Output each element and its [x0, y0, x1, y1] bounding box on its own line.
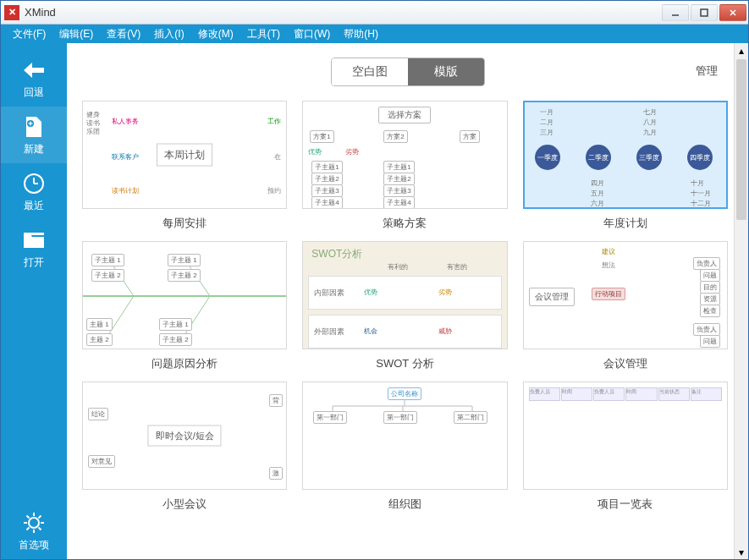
- template-thumb: 一季度 二季度 三季度 四季度 一月 二月 三月 七月 八月 九月 四月 五月 …: [523, 101, 728, 209]
- sidebar-item-back[interactable]: 回退: [1, 50, 67, 107]
- scroll-up-icon[interactable]: ▴: [735, 43, 748, 58]
- tab-segment: 空白图 模版: [331, 58, 485, 86]
- menu-modify[interactable]: 修改(M): [191, 25, 240, 43]
- maximize-button[interactable]: [691, 4, 718, 21]
- scroll-down-icon[interactable]: ▾: [735, 545, 748, 559]
- template-card-swot[interactable]: SWOT分析 有利的 有害的 内部因素 外部因素 优势 劣势 机会 威胁 SWO…: [302, 241, 507, 371]
- app-logo-icon: ✕: [4, 5, 19, 20]
- template-card-quick[interactable]: 即时会议/短会 结论 对意见 背 激 小型会议: [82, 382, 287, 512]
- template-label: 小型会议: [162, 497, 207, 512]
- sidebar-label-recent: 最近: [24, 199, 44, 213]
- sidebar-item-recent[interactable]: 最近: [1, 163, 67, 220]
- template-card-meeting[interactable]: 会议管理 行动项目 建议 想法 负责人 问题 目的 资源 检查 负责人 问题 会…: [523, 241, 728, 371]
- menubar: 文件(F) 编辑(E) 查看(V) 插入(I) 修改(M) 工具(T) 窗口(W…: [1, 25, 748, 43]
- template-thumb: 子主题 1 子主题 2 子主题 1 子主题 2 主题 1 主题 2 子主题 1 …: [82, 241, 287, 349]
- thumb-center: 本周计划: [157, 144, 212, 167]
- template-card-annual[interactable]: 一季度 二季度 三季度 四季度 一月 二月 三月 七月 八月 九月 四月 五月 …: [523, 101, 728, 231]
- svg-line-18: [39, 516, 41, 519]
- window-controls: [662, 4, 746, 21]
- sidebar-item-prefs[interactable]: 首选项: [1, 502, 67, 559]
- folder-icon: [21, 228, 47, 252]
- new-file-icon: [21, 115, 47, 139]
- top-controls: 空白图 模版 管理: [67, 43, 748, 101]
- svg-rect-10: [24, 233, 44, 235]
- template-label: 每周安排: [162, 216, 207, 231]
- template-label: 组织图: [388, 497, 421, 512]
- svg-point-11: [29, 518, 39, 528]
- menu-file[interactable]: 文件(F): [6, 25, 52, 43]
- vertical-scrollbar[interactable]: ▴ ▾: [734, 43, 748, 559]
- template-card-project[interactable]: 负责人员 时间 负责人员 时间 当前状态 备注 项目一览表: [523, 382, 728, 512]
- gear-icon: [21, 511, 47, 535]
- sidebar-label-open: 打开: [24, 255, 44, 270]
- svg-line-17: [39, 528, 41, 530]
- sidebar-label-back: 回退: [24, 85, 44, 100]
- template-label: 策略方案: [383, 216, 427, 231]
- sidebar-label-prefs: 首选项: [19, 538, 49, 552]
- minimize-button[interactable]: [662, 4, 689, 21]
- template-thumb: 本周计划 健身 读书 乐团 私人事务 联系客户 读书计划 工作 在 预约: [82, 101, 287, 209]
- svg-line-16: [27, 516, 30, 519]
- template-label: 会议管理: [603, 356, 647, 371]
- tab-template[interactable]: 模版: [408, 58, 484, 85]
- menu-window[interactable]: 窗口(W): [287, 25, 337, 43]
- template-card-org[interactable]: 公司名称 第一部门 第一部门 第二部门 组织图: [302, 382, 507, 512]
- manage-link[interactable]: 管理: [696, 63, 718, 79]
- titlebar: ✕ XMind: [1, 1, 748, 25]
- template-thumb: 即时会议/短会 结论 对意见 背 激: [82, 382, 287, 490]
- svg-line-19: [27, 528, 30, 530]
- menu-insert[interactable]: 插入(I): [147, 25, 190, 43]
- menu-view[interactable]: 查看(V): [100, 25, 147, 43]
- svg-rect-1: [701, 9, 708, 16]
- content-area: 空白图 模版 管理 本周计划 健身 读书 乐团 私人事务 联系客户 读书计划: [67, 43, 748, 559]
- template-label: 年度计划: [603, 216, 647, 231]
- template-thumb: SWOT分析 有利的 有害的 内部因素 外部因素 优势 劣势 机会 威胁: [302, 241, 507, 349]
- template-grid: 本周计划 健身 读书 乐团 私人事务 联系客户 读书计划 工作 在 预约 每周安…: [82, 101, 728, 512]
- scroll-thumb[interactable]: [736, 59, 746, 220]
- template-thumb: 公司名称 第一部门 第一部门 第二部门: [302, 382, 507, 490]
- template-label: SWOT 分析: [376, 356, 433, 371]
- template-label: 问题原因分析: [151, 356, 218, 371]
- close-button[interactable]: [719, 4, 746, 21]
- sidebar: 回退 新建 最近 打开 首选项: [1, 43, 67, 559]
- template-grid-wrap: 本周计划 健身 读书 乐团 私人事务 联系客户 读书计划 工作 在 预约 每周安…: [67, 101, 748, 559]
- template-label: 项目一览表: [598, 497, 653, 512]
- template-card-strategy[interactable]: 选择方案 方案1 方案2 方案 优势 劣势 子主题1 子主题2 子主题3 子主题…: [302, 101, 507, 231]
- sidebar-item-open[interactable]: 打开: [1, 220, 67, 277]
- menu-edit[interactable]: 编辑(E): [52, 25, 100, 43]
- template-card-weekly[interactable]: 本周计划 健身 读书 乐团 私人事务 联系客户 读书计划 工作 在 预约 每周安…: [82, 101, 287, 231]
- template-thumb: 负责人员 时间 负责人员 时间 当前状态 备注: [523, 382, 728, 490]
- back-arrow-icon: [21, 58, 47, 82]
- window-title: XMind: [25, 6, 662, 19]
- tab-blank[interactable]: 空白图: [332, 58, 408, 85]
- sidebar-label-new: 新建: [24, 142, 44, 156]
- clock-icon: [21, 172, 47, 195]
- template-thumb: 选择方案 方案1 方案2 方案 优势 劣势 子主题1 子主题2 子主题3 子主题…: [302, 101, 507, 209]
- scroll-track[interactable]: [735, 58, 748, 545]
- menu-help[interactable]: 帮助(H): [337, 25, 385, 43]
- template-thumb: 会议管理 行动项目 建议 想法 负责人 问题 目的 资源 检查 负责人 问题: [523, 241, 728, 349]
- template-card-fishbone[interactable]: 子主题 1 子主题 2 子主题 1 子主题 2 主题 1 主题 2 子主题 1 …: [82, 241, 287, 371]
- menu-tools[interactable]: 工具(T): [240, 25, 287, 43]
- sidebar-item-new[interactable]: 新建: [1, 107, 67, 163]
